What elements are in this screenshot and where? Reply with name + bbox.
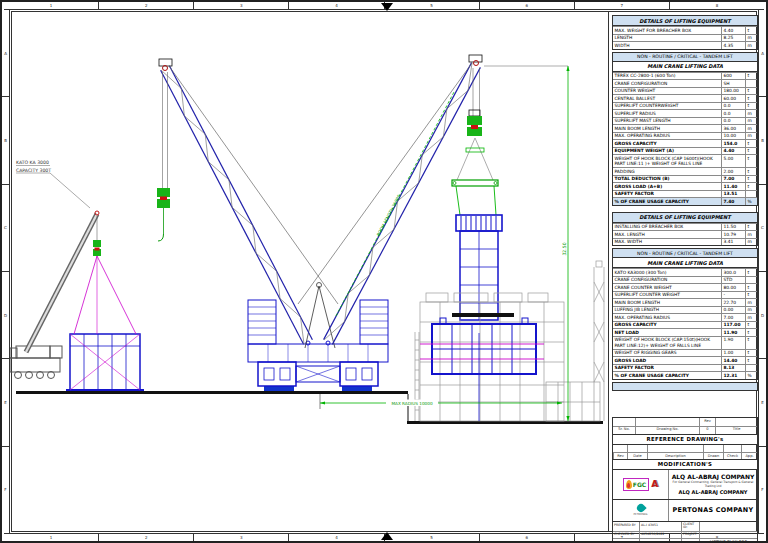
- table-row: % OF CRANE USAGE CAPACITY 7.40 %: [613, 197, 757, 205]
- contractor-name-2: ALQ AL-ABRAJ COMPANY: [679, 489, 748, 495]
- client-name: PERTONAS COMPANY: [669, 500, 757, 521]
- ruler-number: 4: [289, 2, 384, 9]
- ruler-letter: C: [2, 185, 9, 272]
- ruler-letter: D: [2, 272, 9, 359]
- modifications-title: MODIFICATION'S: [612, 460, 758, 470]
- table-row: SUPERLIFT RADIUS 0.0 m: [613, 109, 757, 117]
- ruler-letter: B: [759, 97, 766, 184]
- dimension-radius: MAX RADIUS 10000: [320, 394, 562, 409]
- table-row: WEIGHT OF HOOK BLOCK (CAP 1600t)(HOOK PA…: [613, 154, 757, 167]
- frame-ruler-left: ABCDEF: [2, 10, 10, 533]
- table-row: WEIGHT OF HOOK BLOCK (CAP:150t)(HOOK PAR…: [613, 336, 757, 349]
- flame-icon: [626, 480, 632, 489]
- table-row: COUNTER WEIGHT 180.00 t: [613, 87, 757, 95]
- client-block: PETRONAS PERTONAS COMPANY: [612, 500, 758, 522]
- pendant-ropes: [169, 63, 472, 304]
- table-row: WIDTH 4.35 m: [613, 41, 757, 49]
- table-row: APPROVED BY MR. HUSSAIN AL-SUBHI TITLE L…: [613, 538, 757, 543]
- svg-text:MAX RADIUS 10000: MAX RADIUS 10000: [391, 401, 432, 406]
- ruler-number: 5: [385, 534, 480, 541]
- ruler-number: 2: [99, 534, 194, 541]
- ruler-letter: D: [759, 272, 766, 359]
- main-crane-table-1: TEREX CC-2800-1 (600 Ton) 600 t CRANE CO…: [612, 72, 758, 206]
- prepared-by-label: PREPARED BY: [613, 522, 639, 532]
- reference-drawings-title: REFERENCE DRAWING's: [612, 435, 758, 445]
- fgc-logo: FGC: [623, 478, 649, 491]
- ground-line: [16, 386, 603, 424]
- dimension-height: 32.50: [484, 66, 570, 421]
- data-panel: DETAILS OF LIFTING EQUIPMENT MAX. WEIGHT…: [612, 15, 758, 543]
- approved-by-label: APPROVED BY: [613, 539, 639, 543]
- checked-by-value: 4054836/2022: [639, 532, 681, 538]
- column-header: Rev: [613, 453, 627, 459]
- table-row: KATO KA3000 (300 Ton) 300.0 t: [613, 268, 757, 276]
- contractor-subtitle: For General Contracting, General Transpo…: [670, 480, 756, 488]
- table-row: SUPERLIFT MAST LENGTH 0.0 m: [613, 117, 757, 125]
- table-row: MAX. OPERATING RADIUS 10.00 m: [613, 132, 757, 140]
- table-row: Rev: [613, 418, 757, 426]
- table-row: NET LOAD 11.90 t: [613, 328, 757, 336]
- modifications-table: RevDateDescriptionDrawnCheckApp.: [612, 445, 758, 460]
- ruler-number: 3: [194, 2, 289, 9]
- ruler-number: 4: [289, 534, 384, 541]
- title-block: PREPARED BY AL-I 43051 CLIENT ID: CHECKE…: [612, 522, 758, 543]
- lift-class-band-1: NON - ROUTINE / CRITICAL - TANDEM LIFT: [612, 52, 758, 62]
- table-row: SAFETY FACTOR 13.51: [613, 190, 757, 198]
- svg-text:32.50: 32.50: [562, 242, 567, 255]
- table-row: Sr. No. Drawing No. 0 Title: [613, 426, 757, 434]
- column-header: Check: [723, 453, 741, 459]
- table-row: CRANE CONFIGURATION STD: [613, 276, 757, 284]
- ruler-number: 3: [194, 534, 289, 541]
- column-header: Date: [627, 453, 647, 459]
- ruler-letter: A: [2, 10, 9, 97]
- existing-structure: [415, 261, 604, 421]
- table-row: CRANE CONFIGURATION SH: [613, 79, 757, 87]
- drawing-title: LIFTING PLAN FOR INSTALLING CONVECTION, …: [699, 539, 757, 543]
- equipment-table-2: INSTALLING OF BREACHER BOX 11.50 t MAX. …: [612, 223, 758, 247]
- equipment-table-2-title: DETAILS OF LIFTING EQUIPMENT: [612, 212, 758, 223]
- table-header-row: RevDateDescriptionDrawnCheckApp.: [613, 452, 757, 459]
- equipment-table-1: MAX. WEIGHT FOR BREACHER BOX 4.40 t LENG…: [612, 26, 758, 50]
- table-row: MAIN BOOM LENGTH 22.70 m: [613, 298, 757, 306]
- breacher-box-ground: [66, 256, 144, 390]
- lift-class-band-2: NON - ROUTINE / CRITICAL - TANDEM LIFT: [612, 248, 758, 258]
- center-marker-bottom-icon: [381, 532, 393, 540]
- table-row: MAX. WEIGHT FOR BREACHER BOX 4.40 t: [613, 26, 757, 34]
- kato-hook-block: [93, 240, 101, 256]
- table-row: MAX. WIDTH 3.41 m: [613, 238, 757, 246]
- table-row: SUPERLIFT COUNTER WEIGHT - t: [613, 291, 757, 299]
- prepared-by-value: AL-I 43051: [639, 522, 681, 532]
- table-row: MAX. LENGTH 10.79 m: [613, 230, 757, 238]
- table-row: % OF CRANE USAGE CAPACITY 12.31 %: [613, 371, 757, 379]
- main-crane-data-2-title: MAIN CRANE LIFTING DATA: [612, 258, 758, 268]
- ruler-letter: F: [759, 447, 766, 533]
- drawing-sheet: 12345678 12345678 ABCDEF ABCDEF: [0, 0, 768, 543]
- table-row: TEREX CC-2800-1 (600 Ton) 600 t: [613, 72, 757, 80]
- frame-ruler-right: ABCDEF: [758, 10, 766, 533]
- table-row: LENGTH 8.25 m: [613, 34, 757, 42]
- table-row: PADDING 2.00 t: [613, 167, 757, 175]
- table-row: TOTAL DEDUCTION (B) 7.00 t: [613, 175, 757, 183]
- kato-capacity-label: KATO KA 3000 CAPACITY 300T: [16, 160, 90, 208]
- contractor-name: ALQ AL-ABRAJ COMPANY: [672, 473, 755, 480]
- right-hook-rigging: [452, 68, 498, 215]
- main-crane-table-2: KATO KA3000 (300 Ton) 300.0 t CRANE CONF…: [612, 268, 758, 380]
- terex-left-boom: [159, 59, 312, 344]
- ruler-number: 6: [480, 2, 575, 9]
- table-row: EQUIPMENT WEIGHT (A) 4.40 t: [613, 147, 757, 155]
- svg-text:BOOM LENGTH 36000: BOOM LENGTH 36000: [376, 194, 402, 237]
- main-crane-data-1-title: MAIN CRANE LIFTING DATA: [612, 62, 758, 72]
- left-hook-block: [157, 72, 170, 241]
- ruler-number: 1: [4, 534, 99, 541]
- table-row: CHECKED BY 4054836/2022 PROJECT: [613, 531, 757, 538]
- reference-drawings-table: Rev Sr. No. Drawing No. 0 Title: [612, 417, 758, 435]
- svg-text:CAPACITY 300T: CAPACITY 300T: [16, 168, 51, 173]
- ruler-number: 7: [575, 2, 670, 9]
- approved-by-value: MR. HUSSAIN AL-SUBHI: [639, 539, 681, 543]
- client-id-label: CLIENT ID:: [681, 522, 699, 532]
- ruler-letter: B: [2, 97, 9, 184]
- table-row: [613, 445, 757, 452]
- table-row: CRANE COUNTER WEIGHT 80.00 t: [613, 283, 757, 291]
- ruler-letter: C: [759, 185, 766, 272]
- ruler-number: 1: [4, 2, 99, 9]
